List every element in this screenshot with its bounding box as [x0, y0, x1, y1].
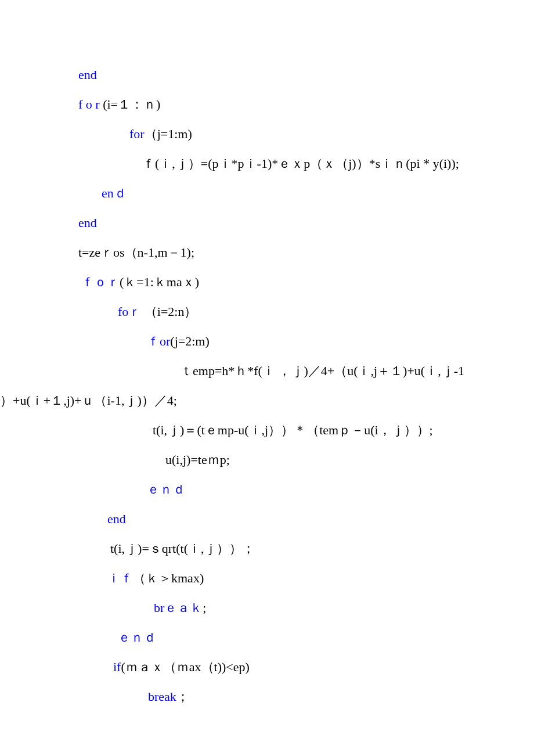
code-line: end	[78, 69, 456, 81]
code-text: （j=1:m)	[145, 127, 192, 141]
keyword-end: enｄ	[102, 186, 127, 200]
code-text: (i=１：ｎ)	[100, 97, 161, 111]
code-line: brｅａｋ;	[78, 602, 456, 614]
keyword-end: end	[107, 512, 126, 526]
code-text: （ｋ＞kmax)	[133, 571, 204, 585]
keyword-for: f o r	[78, 97, 100, 111]
code-line: ｆ(ｉ,ｊ）=(pｉ*pｉ-1)*ｅｘp（ｘ（j)）*sｉｎ(pi＊y(i));	[78, 157, 456, 170]
code-text: t(i,ｊ)＝(tｅmp-u(ｉ,j））＊（temｐ－u(i，ｊ））;	[153, 423, 433, 437]
code-line: u(i,j)=teｍp;	[78, 453, 456, 466]
keyword-for: for	[129, 127, 145, 141]
keyword-break: break	[148, 689, 176, 704]
code-text: ；	[176, 689, 189, 704]
keyword-end: end	[78, 215, 97, 230]
code-line: enｄ	[78, 187, 456, 200]
code-text: t(i,ｊ)=ｓqrt(t(ｉ,ｊ））；	[110, 541, 255, 556]
code-line: ｅｎｄ	[78, 483, 456, 496]
keyword-if: ｉｆ	[107, 571, 133, 585]
code-line: for（j=1:m)	[78, 128, 456, 141]
code-line: ｅｎｄ	[78, 631, 456, 644]
code-text: (j=2:m)	[170, 334, 209, 348]
code-line: t(i,ｊ)＝(tｅmp-u(ｉ,j））＊（temｐ－u(i，ｊ））;	[78, 424, 456, 437]
code-text: ｔemp=h*ｈ*f(ｉ ，ｊ)／4+（u(ｉ,j＋１)+u(ｉ,ｊ-1	[180, 363, 464, 378]
keyword-break: brｅａｋ	[154, 600, 203, 615]
code-line: end	[78, 513, 456, 525]
code-text: ）+u(ｉ+１,j)+ｕ（i-1,ｊ)）／4;	[0, 393, 177, 408]
code-text: u(i,j)=teｍp;	[165, 452, 230, 467]
keyword-for: foｒ	[118, 304, 141, 319]
code-line: if(ｍａｘ（ｍax（t))<ep)	[78, 661, 456, 674]
code-line: ｆor(j=2:m)	[78, 335, 456, 348]
keyword-end: ｅｎｄ	[147, 482, 185, 496]
code-text: ;	[203, 600, 206, 615]
code-line: ｔemp=h*ｈ*f(ｉ ，ｊ)／4+（u(ｉ,j＋１)+u(ｉ,ｊ-1	[78, 365, 456, 377]
code-text: ｆ(ｉ,ｊ）=(pｉ*pｉ-1)*ｅｘp（ｘ（j)）*sｉｎ(pi＊y(i));	[142, 156, 459, 171]
keyword-for: ｆor	[147, 334, 170, 348]
code-line: t(i,ｊ)=ｓqrt(t(ｉ,ｊ））；	[78, 542, 456, 555]
code-line: foｒ （i=2:n）	[78, 305, 456, 318]
code-text: (ｍａｘ（ｍax（t))<ep)	[121, 660, 249, 674]
keyword-end: end	[78, 67, 97, 82]
code-line: end	[78, 217, 456, 229]
code-line: t=zeｒos（n-1,m－1);	[78, 246, 456, 259]
code-line: ｉｆ（ｋ＞kmax)	[78, 572, 456, 585]
code-text: (ｋ=1:ｋmaｘ)	[120, 275, 199, 289]
code-line: f o r (i=１：ｎ)	[78, 98, 456, 111]
code-text: （i=2:n）	[141, 304, 197, 319]
keyword-if: if	[113, 660, 121, 674]
keyword-for: ｆｏｒ	[81, 275, 120, 289]
keyword-end: ｅｎｄ	[118, 630, 156, 645]
code-text: t=zeｒos（n-1,m－1);	[78, 245, 194, 260]
code-line: ）+u(ｉ+１,j)+ｕ（i-1,ｊ)）／4;	[0, 394, 456, 407]
code-line: ｆｏｒ(ｋ=1:ｋmaｘ)	[78, 276, 456, 289]
code-line: break；	[78, 690, 456, 703]
